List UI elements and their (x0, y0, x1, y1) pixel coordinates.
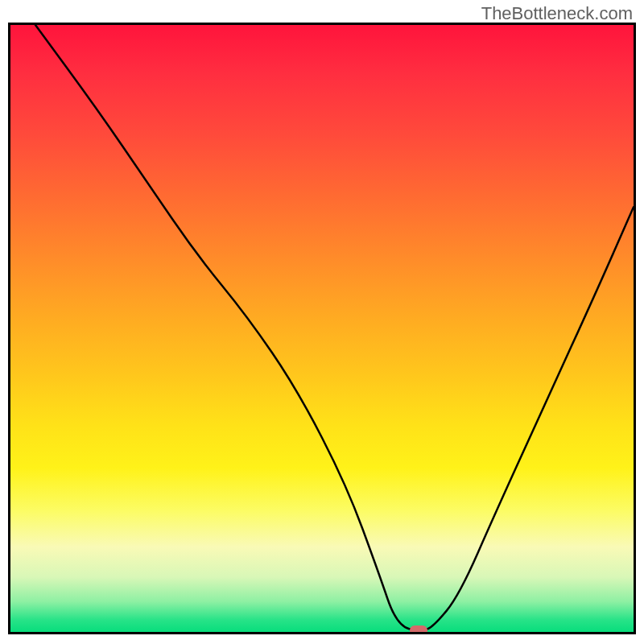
chart-frame (8, 23, 636, 634)
watermark-label: TheBottleneck.com (481, 3, 633, 24)
bottleneck-marker (410, 625, 427, 634)
bottleneck-curve (10, 25, 634, 632)
